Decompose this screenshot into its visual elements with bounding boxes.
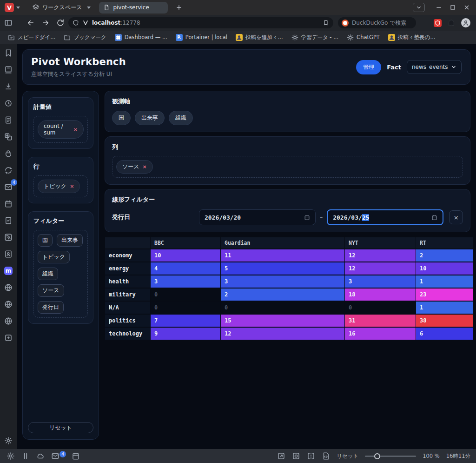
chip-remove-icon[interactable]: × — [73, 127, 78, 133]
zoom-slider-knob[interactable] — [374, 453, 380, 459]
rows-dropzone[interactable]: トピック× — [33, 175, 88, 197]
chip[interactable]: 組織 — [169, 111, 193, 125]
panel-item-web-panel[interactable] — [2, 282, 14, 293]
browser-tab[interactable]: pivot-service — [99, 2, 168, 13]
shield-icon[interactable] — [73, 20, 79, 26]
pivot-cell[interactable]: 10 — [416, 262, 473, 275]
panel-item-bookmarks[interactable] — [2, 47, 14, 59]
reload-icon[interactable] — [56, 19, 65, 27]
columns-dropzone[interactable]: ソース× — [112, 156, 463, 178]
pivot-cell[interactable]: 12 — [345, 249, 416, 262]
zoom-slider[interactable] — [365, 456, 416, 457]
workspace-switcher[interactable]: ワークスペース — [32, 4, 91, 12]
profile-avatar[interactable] — [461, 18, 470, 27]
search-field[interactable]: DuckDuckGo で検索 — [338, 17, 416, 28]
tiling-icon[interactable] — [307, 452, 315, 460]
minimize-button[interactable] — [435, 4, 443, 11]
forward-icon[interactable] — [41, 19, 50, 27]
cloud-sync-icon[interactable] — [36, 452, 45, 460]
panel-item-history[interactable] — [2, 98, 14, 109]
fact-select[interactable]: news_events — [407, 60, 462, 74]
pivot-cell[interactable]: 6 — [416, 328, 473, 340]
page-source-icon[interactable] — [322, 452, 330, 460]
clear-date-filter-button[interactable]: × — [449, 210, 463, 224]
pivot-cell[interactable]: 0 — [345, 302, 416, 314]
pivot-cell[interactable]: 4 — [151, 262, 220, 275]
pivot-cell[interactable]: 7 — [151, 315, 220, 327]
chip[interactable]: 出来事 — [135, 111, 165, 125]
panel-item-add-web-panel[interactable] — [2, 332, 14, 343]
pivot-cell[interactable]: 18 — [345, 289, 416, 301]
bookmark-item[interactable]: ブックマーク — [60, 33, 109, 42]
panel-item-tasks[interactable] — [2, 215, 14, 226]
new-tab-button[interactable] — [175, 4, 183, 11]
date-to-input[interactable]: 2026/03/25 — [327, 209, 443, 225]
chip[interactable]: 出来事 — [57, 234, 83, 247]
bookmark-item[interactable]: 投稿 ‹ 塾長の... — [385, 33, 439, 42]
panel-item-sessions[interactable] — [2, 148, 14, 159]
panel-item-contacts[interactable] — [2, 248, 14, 260]
filters-dropzone[interactable]: 国出来事トピック組織ソース発行日 — [33, 230, 88, 318]
chip[interactable]: ソース — [38, 284, 64, 297]
pivot-cell[interactable]: 5 — [221, 262, 344, 275]
settings-gear-icon[interactable] — [7, 452, 15, 460]
chip[interactable]: ソース× — [116, 160, 153, 174]
bookmark-item[interactable]: ChatGPT — [344, 33, 383, 42]
pivot-cell[interactable]: 9 — [151, 328, 220, 340]
bookmark-item[interactable]: スピードダイ... — [5, 33, 59, 42]
panel-item-downloads[interactable] — [2, 81, 14, 92]
bookmark-item[interactable]: 学習データ - ... — [288, 33, 342, 42]
chip[interactable]: 国 — [112, 111, 131, 125]
chip[interactable]: トピック× — [38, 180, 80, 193]
pivot-cell[interactable]: 3 — [151, 275, 220, 288]
pivot-cell[interactable]: 2 — [221, 289, 344, 301]
maximize-button[interactable] — [449, 4, 456, 11]
panel-item-settings[interactable] — [2, 435, 14, 446]
pivot-cell[interactable]: 10 — [151, 249, 220, 262]
panel-item-notes[interactable] — [2, 114, 14, 126]
panel-item-web-panel-3[interactable] — [2, 315, 14, 327]
vivaldi-menu-icon[interactable]: V — [5, 3, 14, 12]
chip[interactable]: トピック — [38, 251, 70, 263]
chip[interactable]: 国 — [38, 234, 53, 247]
pivot-cell[interactable]: 12 — [345, 262, 416, 275]
date-from-input[interactable]: 2026/03/20 — [199, 209, 316, 225]
pivot-cell[interactable]: 12 — [221, 328, 344, 340]
zoom-reset-label[interactable]: リセット — [337, 453, 358, 460]
pivot-cell[interactable]: 0 — [221, 302, 344, 314]
panel-item-sync[interactable] — [2, 165, 14, 176]
window-menu-chevron-button[interactable] — [413, 3, 425, 12]
panel-item-mastodon[interactable]: m — [2, 265, 14, 276]
pivot-cell[interactable]: 2 — [416, 249, 473, 262]
ghost-extension-icon[interactable] — [447, 19, 456, 27]
panel-item-web-panel-2[interactable] — [2, 299, 14, 310]
chip[interactable]: count / sum× — [38, 120, 84, 139]
panel-item-reading-list[interactable] — [2, 64, 14, 75]
pivot-cell[interactable]: 3 — [221, 275, 344, 288]
back-icon[interactable] — [26, 19, 35, 27]
pivot-cell[interactable]: 1 — [416, 275, 473, 288]
pivot-cell[interactable]: 16 — [345, 328, 416, 340]
page-actions-icon[interactable] — [292, 452, 300, 460]
pivot-cell[interactable]: 1 — [416, 302, 473, 314]
reset-button[interactable]: リセット — [28, 422, 93, 433]
pivot-cell[interactable]: 23 — [416, 289, 473, 301]
pivot-cell[interactable]: 11 — [221, 249, 344, 262]
capture-page-icon[interactable] — [277, 452, 285, 460]
bookmark-item[interactable]: P.Portainer | local — [172, 33, 231, 42]
calendar-icon[interactable] — [304, 215, 310, 221]
panel-item-calendar[interactable] — [2, 198, 14, 209]
pivot-cell[interactable]: 38 — [416, 315, 473, 327]
panel-item-translate[interactable] — [2, 131, 14, 142]
calendar-status-icon[interactable] — [72, 452, 80, 460]
pivot-cell[interactable]: 0 — [151, 302, 220, 314]
chip-remove-icon[interactable]: × — [143, 164, 147, 170]
panel-toggle-icon[interactable] — [4, 19, 13, 27]
panel-item-mail[interactable]: 4 — [2, 181, 14, 193]
pivot-cell[interactable]: 31 — [345, 315, 416, 327]
pivot-cell[interactable]: 0 — [151, 289, 220, 301]
chip-remove-icon[interactable]: × — [70, 183, 74, 189]
admin-button[interactable]: 管理 — [356, 60, 381, 74]
measures-dropzone[interactable]: count / sum× — [33, 116, 88, 143]
pivot-cell[interactable]: 3 — [345, 275, 416, 288]
